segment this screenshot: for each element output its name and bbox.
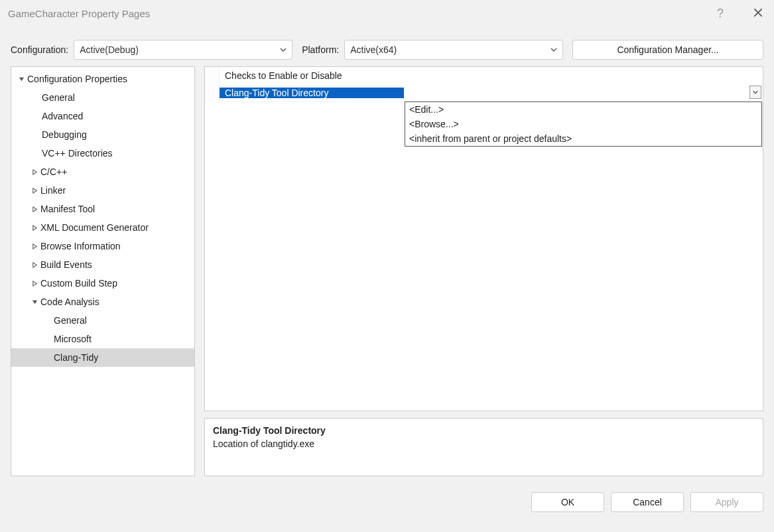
svg-marker-10	[32, 300, 36, 303]
svg-marker-5	[32, 206, 36, 211]
chevron-down-icon	[30, 299, 39, 305]
tree-item-label: Build Events	[39, 259, 92, 270]
tree-item-label: General	[40, 92, 75, 103]
chevron-down-icon	[17, 76, 26, 82]
chevron-right-icon	[30, 188, 39, 194]
value-dropdown-button[interactable]	[749, 86, 761, 99]
tree-item-label: C/C++	[39, 166, 67, 177]
svg-marker-7	[32, 243, 36, 248]
ok-button[interactable]: OK	[531, 492, 604, 512]
tree-item-label: XML Document Generator	[39, 222, 149, 233]
tree-root[interactable]: Configuration Properties	[11, 70, 194, 88]
property-value[interactable]	[404, 67, 763, 84]
chevron-right-icon	[30, 262, 39, 268]
tree-item-label: Custom Build Step	[39, 278, 117, 289]
dropdown-option-inherit[interactable]: <inherit from parent or project defaults…	[405, 131, 761, 146]
property-name: Checks to Enable or Disable	[220, 70, 404, 81]
cancel-button[interactable]: Cancel	[611, 492, 684, 512]
tree-item-label: Debugging	[40, 129, 87, 140]
tree-item[interactable]: General	[11, 88, 194, 107]
tree-item-label: VC++ Directories	[40, 148, 113, 159]
config-manager-button[interactable]: Configuration Manager...	[572, 40, 763, 60]
value-dropdown[interactable]: <Edit...> <Browse...> <inherit from pare…	[405, 101, 762, 147]
body: Configuration Properties GeneralAdvanced…	[0, 66, 774, 484]
tree-item[interactable]: Code Analysis	[11, 293, 194, 311]
dropdown-option-browse[interactable]: <Browse...>	[405, 117, 761, 131]
description-panel: Clang-Tidy Tool Directory Location of cl…	[204, 418, 763, 476]
tree-item-label: Code Analysis	[39, 297, 99, 307]
description-text: Location of clangtidy.exe	[213, 438, 755, 449]
svg-marker-6	[32, 225, 36, 230]
tree-item[interactable]: Clang-Tidy	[11, 348, 194, 367]
svg-marker-2	[19, 77, 23, 80]
svg-marker-3	[32, 169, 36, 174]
chevron-down-icon	[550, 44, 557, 55]
chevron-right-icon	[30, 169, 39, 175]
apply-button[interactable]: Apply	[690, 492, 763, 512]
tree-item[interactable]: Manifest Tool	[11, 200, 194, 218]
tree-item[interactable]: Linker	[11, 181, 194, 200]
tree-item-label: Clang-Tidy	[52, 352, 98, 363]
tree-item[interactable]: Debugging	[11, 125, 194, 144]
tree-item-label: Manifest Tool	[39, 204, 95, 214]
property-row[interactable]: Clang-Tidy Tool Directory	[205, 84, 763, 101]
property-value[interactable]	[404, 84, 763, 101]
platform-value: Active(x64)	[350, 44, 397, 55]
tree-item[interactable]: General	[11, 311, 194, 330]
configuration-value: Active(Debug)	[80, 44, 139, 55]
tree-item[interactable]: Custom Build Step	[11, 274, 194, 293]
tree-item[interactable]: XML Document Generator	[11, 218, 194, 237]
tree-item-label: Advanced	[40, 111, 83, 121]
toolbar: Configuration: Active(Debug) Platform: A…	[0, 27, 774, 66]
property-name: Clang-Tidy Tool Directory	[220, 88, 404, 98]
tree-item[interactable]: Build Events	[11, 255, 194, 274]
chevron-right-icon	[30, 243, 39, 249]
tree-item[interactable]: Advanced	[11, 107, 194, 125]
tree-item[interactable]: C/C++	[11, 163, 194, 181]
titlebar: GameCharacter Property Pages ?	[0, 0, 774, 27]
dropdown-option-edit[interactable]: <Edit...>	[405, 102, 761, 117]
configuration-label: Configuration:	[11, 44, 68, 55]
property-grid[interactable]: Checks to Enable or DisableClang-Tidy To…	[204, 66, 763, 411]
tree-item-label: Browse Information	[39, 241, 121, 251]
nav-tree[interactable]: Configuration Properties GeneralAdvanced…	[11, 66, 195, 476]
close-icon[interactable]	[750, 7, 766, 21]
tree-item-label: Microsoft	[52, 334, 92, 344]
chevron-down-icon	[280, 44, 287, 55]
tree-item[interactable]: Browse Information	[11, 237, 194, 255]
svg-marker-9	[32, 281, 36, 285]
configuration-select[interactable]: Active(Debug)	[74, 40, 292, 60]
svg-marker-8	[32, 262, 36, 267]
help-icon[interactable]: ?	[717, 7, 724, 21]
chevron-right-icon	[30, 281, 39, 287]
window-title: GameCharacter Property Pages	[8, 8, 717, 19]
description-title: Clang-Tidy Tool Directory	[213, 425, 755, 436]
platform-label: Platform:	[302, 44, 339, 55]
property-row[interactable]: Checks to Enable or Disable	[205, 67, 763, 84]
chevron-right-icon	[30, 206, 39, 212]
tree-item[interactable]: Microsoft	[11, 330, 194, 348]
tree-item-label: Linker	[39, 185, 66, 196]
footer: OK Cancel Apply	[0, 484, 774, 520]
svg-marker-4	[32, 188, 36, 192]
right-panel: Checks to Enable or DisableClang-Tidy To…	[204, 66, 763, 476]
tree-item[interactable]: VC++ Directories	[11, 144, 194, 163]
tree-item-label: General	[52, 315, 87, 326]
chevron-right-icon	[30, 225, 39, 231]
platform-select[interactable]: Active(x64)	[344, 40, 563, 60]
